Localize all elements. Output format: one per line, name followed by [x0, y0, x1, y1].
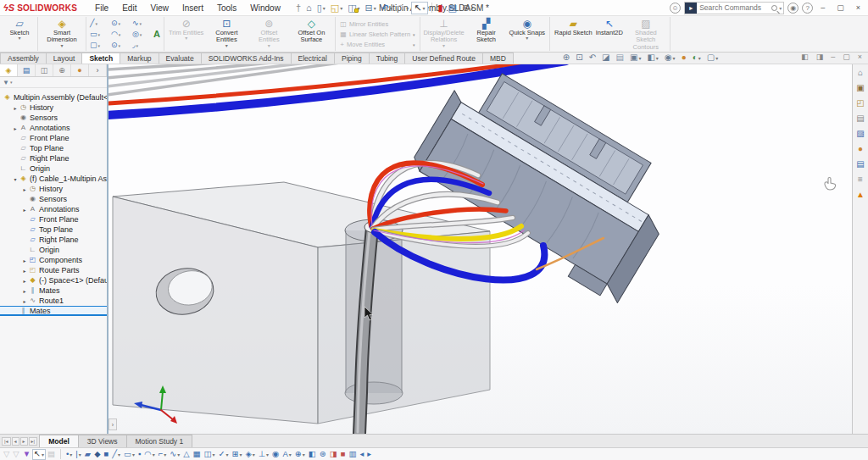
line-tool-icon[interactable]: ╱▾ [89, 19, 110, 29]
measure-tool-icon[interactable]: ⊕▾ [293, 449, 307, 460]
stop-icon[interactable]: ■ [339, 449, 348, 460]
tree-item-components[interactable]: ▸◰Components [0, 255, 107, 265]
tree-item-mates[interactable]: ▸∥Mates [0, 285, 107, 296]
zoom-to-fit-icon[interactable]: ⊕ [560, 53, 572, 64]
search-scope-icon[interactable]: ▸ [685, 3, 697, 14]
cube-tool-icon[interactable]: ■ [102, 449, 110, 460]
expand-closed-icon[interactable]: ▸ [21, 298, 28, 304]
tree-item-history[interactable]: ▸◷History [0, 184, 107, 194]
displaymanager-tab-icon[interactable]: ● [71, 64, 89, 76]
tree-item-sensors[interactable]: ◉Sensors [0, 194, 107, 204]
expand-closed-icon[interactable]: ▸ [21, 186, 28, 192]
tab-sketch[interactable]: Sketch [81, 53, 120, 64]
new-document-icon[interactable]: ▯▾ [314, 2, 328, 14]
propertymanager-tab-icon[interactable]: ▤ [18, 64, 36, 76]
dropdown-caret-icon[interactable]: ▾ [70, 452, 72, 457]
instant2d-button[interactable]: ↖Instant2D [594, 18, 625, 37]
dropdown-caret-icon[interactable]: ▾ [225, 452, 228, 457]
dropdown-caret-icon[interactable]: ▾ [266, 452, 269, 457]
table-tool-icon[interactable]: ⊞▾ [230, 449, 243, 460]
sketch-button[interactable]: ▱Sketch▾ [4, 18, 35, 42]
point-tool-icon[interactable]: ⊙▾ [110, 41, 131, 51]
expand-open-icon[interactable]: ▾ [12, 176, 19, 182]
arc-tool-icon[interactable]: ◠▾ [110, 30, 131, 40]
grid-tool-icon[interactable]: ▦ [192, 449, 203, 460]
configurationmanager-tab-icon[interactable]: ◫ [36, 64, 53, 76]
image-tool-icon[interactable]: ▥ [347, 449, 358, 460]
expand-closed-icon[interactable]: ▸ [21, 288, 28, 294]
tree-item-history[interactable]: ▸◷History [0, 103, 107, 113]
instant3d-icon[interactable]: ◆ [92, 449, 102, 460]
doc-restore-icon[interactable]: ▢ [840, 51, 853, 64]
rectangle-tool-icon[interactable]: ▭▾ [89, 30, 110, 40]
dropdown-caret-icon[interactable]: ▾ [153, 452, 155, 457]
tab-solidworks-add-ins[interactable]: SOLIDWORKS Add-Ins [201, 53, 292, 64]
pane-left-icon[interactable]: ◧ [798, 51, 811, 64]
menu-edit[interactable]: Edit [116, 3, 142, 14]
dropdown-caret-icon[interactable]: ▾ [413, 32, 415, 37]
expand-closed-icon[interactable]: ▸ [21, 207, 28, 213]
taskpane-home-icon[interactable]: ⌂ [857, 67, 864, 79]
point-tool-icon[interactable]: •▾ [64, 449, 74, 460]
tab-mbd[interactable]: MBD [482, 53, 514, 64]
bottom-tab-model[interactable]: Model [39, 435, 79, 447]
previous-view-icon[interactable]: ↶ [587, 53, 598, 64]
dropdown-caret-icon[interactable]: ▾ [119, 43, 121, 48]
edit-appearance-icon[interactable]: ● [679, 53, 689, 64]
tab-nav-0-icon[interactable]: |◂ [2, 437, 11, 446]
viewport-canvas[interactable] [108, 64, 852, 434]
select-arrow-icon[interactable]: ↖▾ [411, 2, 427, 14]
tree-item-space-1-default-default[interactable]: ▸◆(-) Space<1> (Default<<Default [0, 275, 107, 285]
login-icon[interactable]: ◉ [787, 3, 798, 14]
tree-item-route-parts[interactable]: ▸◰Route Parts [0, 265, 107, 275]
dropdown-caret-icon[interactable]: ▾ [442, 44, 445, 48]
repair-sketch-button[interactable]: ▞Repair Sketch [465, 18, 508, 45]
tree-item-f-cable-1-multipin-assembly-1[interactable]: ▾◈(f) Cable_1-Multipin Assembly<1> [ [0, 174, 107, 184]
menu-window[interactable]: Window [244, 3, 287, 14]
filter-funnel-icon[interactable]: ▼ [3, 79, 9, 86]
home-icon[interactable]: ⌂ [303, 2, 314, 14]
tab-electrical[interactable]: Electrical [291, 53, 335, 64]
expand-closed-icon[interactable]: ▸ [21, 278, 28, 284]
help-icon[interactable]: ? [802, 3, 813, 14]
tree-item-right-plane[interactable]: ▱Right Plane [0, 153, 107, 163]
xpress-products-icon[interactable]: ▲ [855, 189, 865, 201]
dropdown-caret-icon[interactable]: ▾ [323, 5, 326, 11]
tree-item-right-plane[interactable]: ▱Right Plane [0, 235, 107, 245]
save-icon[interactable]: ◫▾ [345, 2, 362, 14]
tree-item-front-plane[interactable]: ▱Front Plane [0, 133, 107, 143]
spline-tool-icon[interactable]: ∿▾ [131, 19, 153, 29]
tab-nav-2-icon[interactable]: ▸ [20, 437, 28, 446]
mass-properties-icon[interactable]: ⊛ [318, 449, 328, 460]
tree-item-annotations[interactable]: ▸AAnnotations [0, 123, 107, 133]
restore-button[interactable]: ▢ [832, 3, 849, 12]
view-orientation-icon[interactable]: ▣▾ [627, 53, 643, 64]
menu-tools[interactable]: Tools [211, 3, 242, 14]
convert-entities-button[interactable]: ⊡Convert Entities▾ [205, 18, 248, 49]
menu-insert[interactable]: Insert [176, 3, 209, 14]
circle-tool-icon[interactable]: ⊙▾ [110, 19, 131, 29]
tree-item-annotations[interactable]: ▸AAnnotations [0, 204, 107, 214]
dropdown-caret-icon[interactable]: ▾ [95, 21, 97, 26]
tree-item-mates[interactable]: ∥Mates [0, 306, 107, 316]
panel-tabs-overflow-icon[interactable]: › [89, 64, 107, 76]
dropdown-caret-icon[interactable]: ▾ [526, 36, 528, 41]
dropdown-caret-icon[interactable]: ▾ [119, 32, 121, 37]
dropdown-caret-icon[interactable]: ▾ [268, 44, 270, 48]
search-input[interactable] [697, 3, 771, 12]
tree-item-front-plane[interactable]: ▱Front Plane [0, 214, 107, 224]
rectangle-tool-icon[interactable]: ▭▾ [122, 449, 136, 460]
offset-on-surface-button[interactable]: ◇Offset On Surface [290, 18, 332, 45]
section-tool-icon[interactable]: ◧ [307, 449, 318, 460]
close-button[interactable]: × [852, 3, 865, 12]
dropdown-caret-icon[interactable]: ▾ [423, 5, 426, 11]
exploded-view-icon[interactable]: ◨ [328, 449, 339, 460]
tree-item-multipin-assembly-default-display-sta[interactable]: ◈Multipin Assembly (Default<Display Sta [0, 92, 107, 103]
quick-snaps-button[interactable]: ◉Quick Snaps▾ [508, 18, 548, 42]
mirror-tool-icon[interactable]: ◫▾ [203, 449, 217, 460]
tab-tubing[interactable]: Tubing [369, 53, 406, 64]
sketch-ok-icon[interactable]: ✓▾ [217, 449, 231, 460]
smart-dimension-button[interactable]: ◈Smart Dimension▾ [41, 18, 83, 49]
dropdown-caret-icon[interactable]: ▾ [673, 55, 676, 61]
dropdown-caret-icon[interactable]: ▾ [60, 44, 63, 48]
